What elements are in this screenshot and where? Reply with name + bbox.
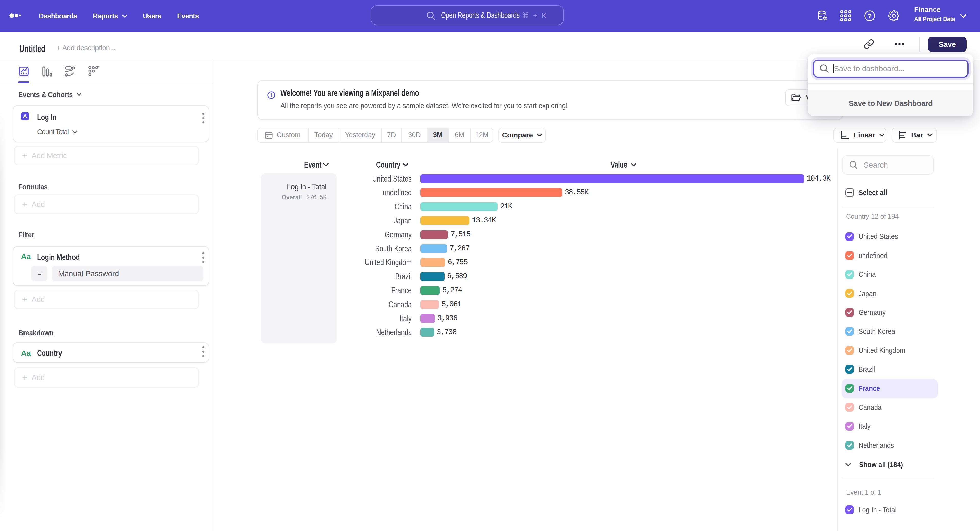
svg-text:?: ? [868,13,872,19]
